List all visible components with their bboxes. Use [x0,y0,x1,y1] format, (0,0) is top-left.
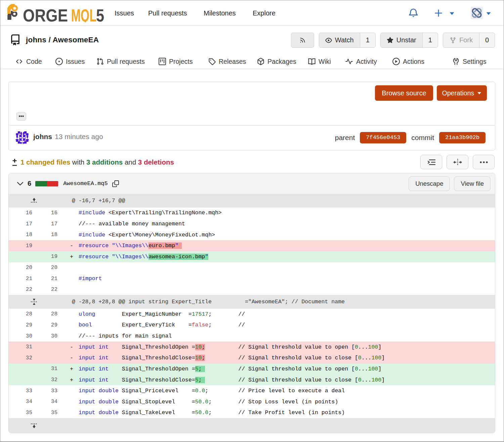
svg-text:ORGE: ORGE [23,6,68,22]
svg-text:5: 5 [96,6,104,22]
svg-text:MQL: MQL [71,6,96,22]
